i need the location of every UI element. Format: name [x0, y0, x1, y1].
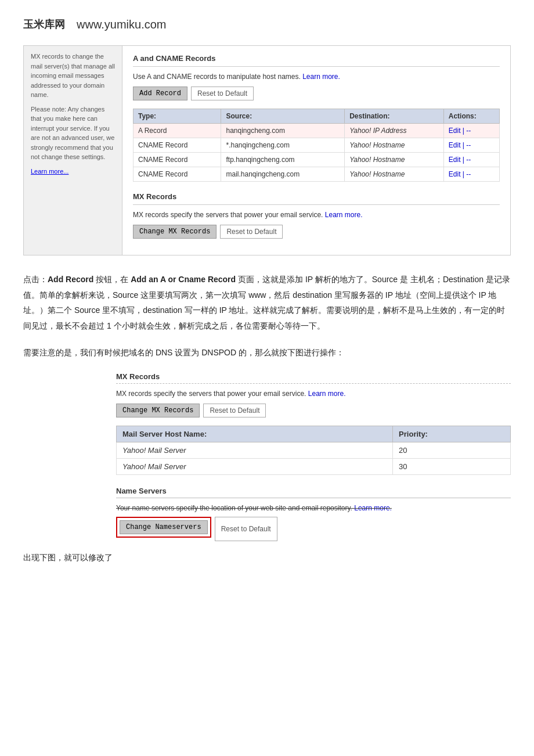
- site-name: 玉米库网: [23, 17, 65, 31]
- row-type: A Record: [134, 124, 221, 138]
- reset-mx-button-panel[interactable]: Reset to Default: [220, 225, 283, 239]
- mail-table-body: Yahoo! Mail Server 20 Yahoo! Mail Server…: [117, 442, 511, 474]
- chinese-para2: 需要注意的是，我们有时候把域名的 DNS 设置为 DNSPOD 的，那么就按下图…: [23, 345, 511, 361]
- sidebar-text1: MX records to change the mail server(s) …: [31, 52, 115, 100]
- reset-ns-button[interactable]: Reset to Default: [215, 517, 277, 541]
- name-servers-section: Name Servers Your name servers specify t…: [116, 487, 511, 541]
- row-type: CNAME Record: [134, 138, 221, 153]
- panel-main: A and CNAME Records Use A and CNAME reco…: [122, 46, 510, 255]
- mx-divider-panel: [133, 204, 500, 205]
- edit-link[interactable]: Edit | --: [449, 170, 471, 178]
- row-source: *.hanqingcheng.com: [221, 138, 345, 153]
- table-row: A Record hanqingcheng.com Yahoo! IP Addr…: [134, 124, 500, 138]
- row-action: Edit | --: [443, 138, 499, 153]
- mx-standalone-divider: [116, 383, 511, 384]
- a-cname-table-head: Type: Source: Destination: Actions:: [134, 109, 500, 124]
- mx-standalone-title: MX Records: [116, 372, 511, 381]
- chinese-para1-text: 点击：Add Record 按钮，在 Add an A or Cname Rec…: [23, 272, 511, 333]
- row-destination: Yahoo! IP Address: [345, 124, 444, 138]
- ns-learn-more[interactable]: Learn more.: [354, 504, 392, 512]
- ns-desc: Your name servers specify the location o…: [116, 504, 511, 512]
- panel-sidebar: MX records to change the mail server(s) …: [24, 46, 122, 255]
- row-action: Edit | --: [443, 153, 499, 167]
- a-cname-learn-more[interactable]: Learn more.: [302, 73, 340, 81]
- col-priority: Priority:: [393, 426, 511, 442]
- a-cname-divider: [133, 66, 500, 67]
- site-url: www.yumiku.com: [77, 18, 166, 31]
- reset-default-button[interactable]: Reset to Default: [191, 87, 254, 100]
- mx-standalone-section: MX Records MX records specify the server…: [116, 372, 511, 475]
- change-mx-button[interactable]: Change MX Records: [116, 404, 200, 417]
- table-row: CNAME Record ftp.hanqingcheng.com Yahoo!…: [134, 153, 500, 167]
- edit-link[interactable]: Edit | --: [449, 156, 471, 164]
- mx-section-panel: MX Records MX records specify the server…: [133, 192, 500, 239]
- chinese-para1: 点击：Add Record 按钮，在 Add an A or Cname Rec…: [23, 272, 511, 333]
- mail-server-name: Yahoo! Mail Server: [117, 458, 393, 474]
- mx-title-panel: MX Records: [133, 192, 500, 201]
- table-row: CNAME Record mail.hanqingcheng.com Yahoo…: [134, 167, 500, 182]
- mail-server-table: Mail Server Host Name: Priority: Yahoo! …: [116, 426, 511, 475]
- row-source: ftp.hanqingcheng.com: [221, 153, 345, 167]
- mx-btn-group-panel: Change MX Records Reset to Default: [133, 225, 500, 239]
- row-type: CNAME Record: [134, 153, 221, 167]
- row-action: Edit | --: [443, 124, 499, 138]
- edit-link[interactable]: Edit | --: [449, 127, 471, 135]
- chinese-para2-text: 需要注意的是，我们有时候把域名的 DNS 设置为 DNSPOD 的，那么就按下图…: [23, 345, 511, 361]
- table-row: Yahoo! Mail Server 20: [117, 442, 511, 458]
- ns-btn-group: Change Nameservers Reset to Default: [116, 517, 511, 541]
- sidebar-learn-more[interactable]: Learn more...: [31, 168, 68, 175]
- change-mx-button-panel[interactable]: Change MX Records: [133, 225, 217, 239]
- a-cname-table-body: A Record hanqingcheng.com Yahoo! IP Addr…: [134, 124, 500, 182]
- panel-wrapper: MX records to change the mail server(s) …: [23, 45, 511, 255]
- a-cname-title: A and CNAME Records: [133, 54, 500, 63]
- mail-server-priority: 30: [393, 458, 511, 474]
- col-destination: Destination:: [345, 109, 444, 124]
- mail-table-head: Mail Server Host Name: Priority:: [117, 426, 511, 442]
- change-ns-highlight: Change Nameservers: [116, 517, 211, 538]
- site-header: 玉米库网 www.yumiku.com: [23, 17, 511, 31]
- col-actions: Actions:: [443, 109, 499, 124]
- mail-server-name: Yahoo! Mail Server: [117, 442, 393, 458]
- mx-learn-more-panel[interactable]: Learn more.: [325, 211, 363, 219]
- col-mail-name: Mail Server Host Name:: [117, 426, 393, 442]
- row-destination: Yahoo! Hostname: [345, 167, 444, 182]
- table-row: CNAME Record *.hanqingcheng.com Yahoo! H…: [134, 138, 500, 153]
- a-cname-desc: Use A and CNAME records to manipulate ho…: [133, 73, 500, 81]
- edit-link[interactable]: Edit | --: [449, 141, 471, 149]
- a-cname-table: Type: Source: Destination: Actions: A Re…: [133, 109, 500, 182]
- row-type: CNAME Record: [134, 167, 221, 182]
- table-row: Yahoo! Mail Server 30: [117, 458, 511, 474]
- a-cname-btn-group: Add Record Reset to Default: [133, 87, 500, 100]
- reset-mx-button[interactable]: Reset to Default: [203, 404, 266, 417]
- mx-desc-panel: MX records specify the servers that powe…: [133, 211, 500, 219]
- row-action: Edit | --: [443, 167, 499, 182]
- col-type: Type:: [134, 109, 221, 124]
- footer-text: 出现下图，就可以修改了: [23, 553, 511, 563]
- add-record-button[interactable]: Add Record: [133, 87, 187, 100]
- mx-standalone-desc: MX records specify the servers that powe…: [116, 390, 511, 398]
- mail-server-priority: 20: [393, 442, 511, 458]
- mx-standalone-btn-group: Change MX Records Reset to Default: [116, 404, 511, 417]
- sidebar-text2: Please note: Any changes that you make h…: [31, 105, 115, 162]
- row-destination: Yahoo! Hostname: [345, 138, 444, 153]
- col-source: Source:: [221, 109, 345, 124]
- row-source: mail.hanqingcheng.com: [221, 167, 345, 182]
- a-cname-section: A and CNAME Records Use A and CNAME reco…: [133, 54, 500, 182]
- row-source: hanqingcheng.com: [221, 124, 345, 138]
- mx-standalone-learn-more[interactable]: Learn more.: [308, 390, 346, 398]
- row-destination: Yahoo! Hostname: [345, 153, 444, 167]
- ns-divider: [116, 498, 511, 498]
- ns-title: Name Servers: [116, 487, 511, 495]
- change-nameservers-button[interactable]: Change Nameservers: [120, 520, 208, 534]
